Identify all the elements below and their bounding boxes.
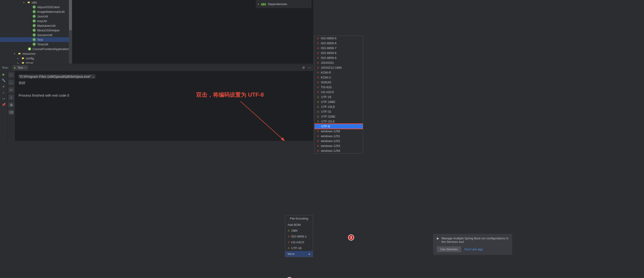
tree-class-aliyunossclient[interactable]: CAliyunOSSClient: [0, 5, 72, 9]
error-icon: ⊘: [317, 144, 319, 147]
item-label: US-ASCII: [321, 90, 334, 94]
encoding-item-tis-620[interactable]: ⊘TIS-620: [314, 85, 363, 90]
warning-icon: ⚠: [317, 115, 319, 118]
encoding-item-us-ascii[interactable]: ⊘US-ASCII: [314, 90, 363, 94]
item-label: TIS-620: [321, 85, 332, 89]
tree-class-jsonutil[interactable]: CJsonUtil: [0, 14, 72, 19]
encoding-list-popup[interactable]: ⊘ISO-8859-5⊘ISO-8859-6⊘ISO-8859-7⊘ISO-88…: [314, 36, 363, 154]
encoding-item-iso-8859-7[interactable]: ⊘ISO-8859-7: [314, 46, 363, 51]
run-tab-test[interactable]: ▶ Test ×: [12, 65, 28, 70]
encoding-item-utf-16[interactable]: ⚠UTF-16: [314, 94, 363, 99]
run-toolbar-left: ▶ 🔧 ■ ⎌ ▭ 📌: [0, 71, 8, 141]
tree-class-test[interactable]: CTest: [0, 37, 72, 42]
tree-label: TimeUtil: [37, 43, 48, 46]
tree-app-class[interactable]: ◉ CourseFrontendApplication: [0, 47, 72, 51]
warning-icon: ⚠: [317, 110, 319, 113]
encoding-item-koi8-u[interactable]: ⊘KOI8-U: [314, 75, 363, 80]
encoding-item[interactable]: ⊘ISO-8859-1: [285, 233, 313, 239]
tree-class-sessionutil[interactable]: CSessionUtil: [0, 33, 72, 37]
tree-class-keyutil[interactable]: CKeyUtil: [0, 19, 72, 23]
close-icon[interactable]: ×: [24, 66, 26, 69]
encoding-item-utf-8[interactable]: UTF-8: [314, 124, 363, 129]
editor-area: [72, 0, 313, 64]
minimize-icon[interactable]: —: [308, 66, 311, 69]
encoding-item-iso-8859-6[interactable]: ⊘ISO-8859-6: [314, 41, 363, 46]
layout-icon[interactable]: ▭: [2, 97, 6, 100]
tree-class-markdownutil[interactable]: CMarkdownUtil: [0, 23, 72, 28]
scrollbar-thumb[interactable]: [69, 0, 72, 30]
tree-config[interactable]: ▸ 📁 config: [0, 56, 72, 61]
encoding-item-shiftjis[interactable]: ⊘ShiftJIS: [314, 80, 363, 85]
wrench-icon[interactable]: 🔧: [2, 78, 6, 82]
error-icon: ⊘: [288, 241, 290, 244]
soft-wrap-icon[interactable]: ↩: [8, 87, 14, 92]
file-encoding-popup[interactable]: File Encoding Add BOM ⚠GBK⊘ISO-8859-1⊘US…: [285, 215, 313, 257]
encoding-item-windows-1251[interactable]: ⊘windows-1251: [314, 134, 363, 138]
error-icon: ⊘: [317, 66, 319, 69]
encoding-item-iso-8859-9[interactable]: ⊘ISO-8859-9: [314, 55, 363, 60]
encoding-item-windows-1254[interactable]: ⊘windows-1254: [314, 148, 363, 153]
encoding-item-utf-32le[interactable]: ⚠UTF-32LE: [314, 119, 363, 124]
warning-icon: ⚠: [317, 120, 319, 123]
encoding-item-windows-1253[interactable]: ⊘windows-1253: [314, 144, 363, 148]
gear-icon[interactable]: ⚙: [302, 66, 305, 69]
encoding-item-utf-32be[interactable]: ⚠UTF-32BE: [314, 114, 363, 119]
encoding-item[interactable]: ⚠GBK: [285, 228, 313, 233]
tree-class-imagewatermarkutil[interactable]: CImageWatermarkUtil: [0, 9, 72, 14]
item-label: JISX0201: [321, 61, 334, 65]
stop-icon[interactable]: ■: [2, 84, 6, 88]
item-label: ISO-8859-1: [291, 235, 307, 238]
tree-class-minioosshelper[interactable]: CMinioOSSHelper: [0, 28, 72, 33]
error-icon: ⊘: [317, 91, 319, 94]
error-icon: ⊘: [317, 71, 319, 74]
dependencies-node[interactable]: ▸ ▮▮▮ Dependencies: [258, 2, 309, 6]
print-icon[interactable]: 🖶: [8, 102, 14, 107]
clear-icon[interactable]: ⌫: [8, 110, 14, 115]
chevron-right-icon: ▸: [18, 57, 20, 60]
item-label: UTF-8: [321, 124, 330, 128]
tree-dozer[interactable]: ▸ 📁 dozer: [0, 61, 72, 64]
encoding-item-iso-8859-8[interactable]: ⊘ISO-8859-8: [314, 51, 363, 55]
encoding-item-utf-16le[interactable]: ⚠UTF-16LE: [314, 104, 363, 109]
tree-resources[interactable]: ▾ 📁 resources: [0, 51, 72, 56]
annotation-text: 双击，将编码设置为 UTF-8: [196, 90, 264, 100]
annotation-badge-3: 3: [348, 234, 354, 240]
warning-icon: ⚠: [317, 100, 319, 103]
error-icon: ⊘: [317, 140, 319, 143]
console-command: "D:\Program Files (x86)\java8\jdk\bin\ja…: [18, 74, 95, 78]
use-services-button[interactable]: Use Services: [437, 246, 461, 252]
spring-icon: ◉: [28, 47, 31, 51]
encoding-item-iso-8859-5[interactable]: ⊘ISO-8859-5: [314, 36, 363, 41]
thread-icon[interactable]: ⎌: [2, 91, 6, 94]
item-label: ISO-8859-7: [321, 46, 336, 50]
tree-class-timeutil[interactable]: CTimeUtil: [0, 42, 72, 47]
encoding-item-jisx0212-1990[interactable]: ⊘JISX0212-1990: [314, 65, 363, 70]
encoding-item-koi8-r[interactable]: ⊘KOI8-R: [314, 70, 363, 75]
project-tree[interactable]: ▾ 📁 utils CAliyunOSSClientCImageWatermar…: [0, 0, 72, 64]
folder-icon: 📁: [21, 61, 24, 64]
encoding-item-windows-1250[interactable]: ⊘windows-1250: [314, 129, 363, 134]
scrollbar-track[interactable]: [69, 0, 72, 64]
scroll-end-icon[interactable]: ⤓: [8, 95, 14, 100]
error-icon: ⊘: [317, 47, 319, 50]
encoding-item[interactable]: ⚠UTF-16: [285, 245, 313, 251]
encoding-item-utf-16be[interactable]: ⚠UTF-16BE: [314, 99, 363, 104]
run-config-icon: ▶: [14, 66, 16, 69]
encoding-item-windows-1252[interactable]: ⊘windows-1252: [314, 138, 363, 144]
tree-label: CourseFrontendApplication: [32, 47, 69, 51]
item-label: KOI8-U: [321, 76, 331, 79]
rerun-icon[interactable]: ▶: [2, 72, 6, 76]
encoding-item-jisx0201[interactable]: ⊘JISX0201: [314, 60, 363, 65]
dependencies-label: Dependencies: [268, 2, 287, 6]
pin-icon[interactable]: 📌: [2, 103, 6, 106]
tree-folder-utils[interactable]: ▾ 📁 utils: [0, 0, 72, 5]
encoding-item[interactable]: ⊘US-ASCII: [285, 239, 313, 245]
down-icon[interactable]: ↓: [8, 80, 14, 85]
more-item[interactable]: More ▸: [285, 251, 313, 257]
encoding-item-utf-32[interactable]: ⚠UTF-32: [314, 109, 363, 114]
dont-ask-link[interactable]: Don't ask aga: [464, 247, 483, 251]
add-bom-item[interactable]: Add BOM: [285, 222, 313, 228]
up-icon[interactable]: ↑: [8, 72, 14, 78]
console-output[interactable]: "D:\Program Files (x86)\java8\jdk\bin\ja…: [15, 71, 313, 141]
error-icon: ⊘: [317, 130, 319, 133]
